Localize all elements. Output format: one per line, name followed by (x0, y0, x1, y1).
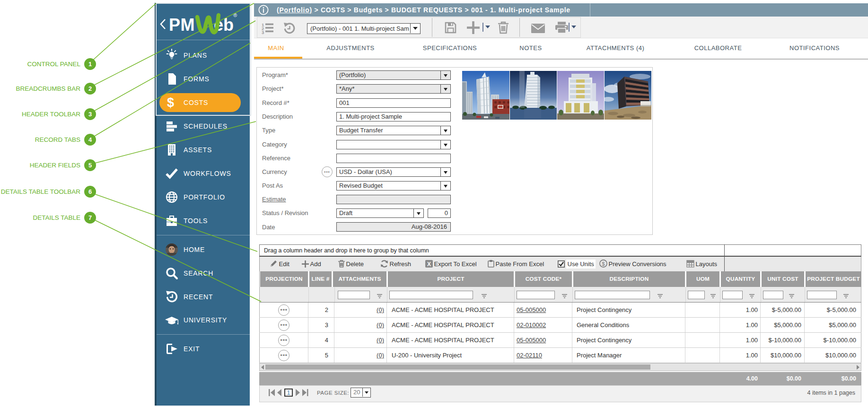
svg-text:PM: PM (169, 15, 195, 35)
svg-text:X: X (427, 261, 431, 268)
svg-text:1: 1 (287, 390, 290, 396)
svg-text:®: ® (233, 12, 237, 18)
svg-text:$: $ (602, 261, 605, 267)
svg-text:3: 3 (262, 30, 264, 34)
